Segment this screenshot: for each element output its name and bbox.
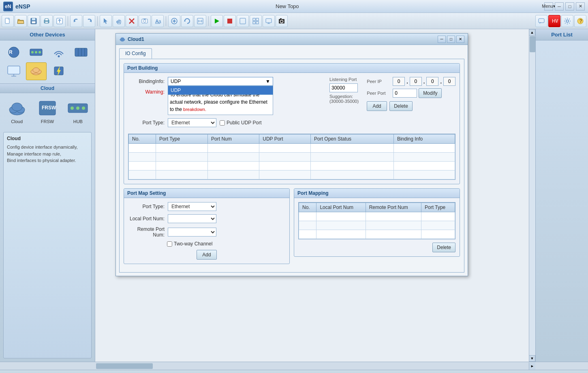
maximize-button[interactable]: □ bbox=[565, 2, 574, 11]
map-add-button[interactable]: Add bbox=[197, 250, 217, 260]
two-way-checkbox[interactable] bbox=[167, 241, 172, 247]
svg-point-52 bbox=[31, 51, 34, 53]
wireless-icon bbox=[51, 45, 67, 59]
vscroll-thumb[interactable] bbox=[530, 36, 535, 52]
public-udp-checkbox[interactable] bbox=[220, 120, 225, 126]
print-button[interactable] bbox=[41, 15, 53, 27]
canvas-vscroll[interactable] bbox=[529, 36, 535, 362]
save-button[interactable] bbox=[28, 15, 40, 27]
delete-button[interactable] bbox=[126, 15, 138, 27]
main-layout: Other Devices R bbox=[0, 29, 588, 362]
menu-button[interactable]: Menu▾ bbox=[544, 2, 553, 11]
map-remote-port-label: Remote Port Num: bbox=[128, 226, 165, 238]
pause-button[interactable] bbox=[237, 15, 249, 27]
listening-port-input[interactable] bbox=[329, 83, 358, 92]
col-port-open-status: Port Open Status bbox=[311, 134, 394, 144]
start-button[interactable] bbox=[211, 15, 223, 27]
peer-ip-1[interactable] bbox=[410, 77, 422, 86]
redo-button[interactable] bbox=[83, 15, 95, 27]
delete-port-button[interactable]: Delete bbox=[389, 101, 413, 111]
toolbar: Aa HW ? bbox=[0, 13, 588, 29]
capture-button[interactable] bbox=[276, 15, 288, 27]
map-remote-port-select[interactable] bbox=[168, 228, 216, 237]
open-file-button[interactable] bbox=[15, 15, 27, 27]
hand-button[interactable] bbox=[113, 15, 125, 27]
device-hub[interactable]: HUB bbox=[64, 96, 92, 126]
device-item-fw[interactable] bbox=[71, 44, 92, 61]
collect-button[interactable] bbox=[250, 15, 262, 27]
device-item-wireless[interactable] bbox=[48, 44, 69, 61]
dialog-maximize[interactable]: □ bbox=[447, 36, 455, 43]
map-port-type-row: Port Type: Ethernet bbox=[128, 202, 285, 211]
dropdown-arrow: ▼ bbox=[265, 79, 270, 84]
undo-button[interactable] bbox=[70, 15, 82, 27]
right-panel: Port List bbox=[535, 29, 588, 362]
port-building-top: BindingInfo: UDP ▼ UDP bbox=[128, 77, 455, 130]
add-port-button[interactable]: Add bbox=[367, 101, 387, 111]
svg-point-72 bbox=[12, 103, 22, 111]
svg-rect-35 bbox=[256, 18, 259, 21]
close-button[interactable]: ✕ bbox=[576, 2, 585, 11]
help-button[interactable]: ? bbox=[574, 15, 586, 27]
map-port-type-select[interactable]: Ethernet bbox=[168, 202, 216, 211]
svg-rect-44 bbox=[539, 19, 544, 23]
peer-ip-3[interactable] bbox=[443, 77, 455, 86]
hscroll-track[interactable] bbox=[95, 362, 529, 370]
dropdown-main-btn[interactable]: UDP ▼ bbox=[168, 77, 273, 86]
device-item-cloud-small[interactable] bbox=[26, 62, 47, 80]
table-row-empty-3 bbox=[129, 162, 455, 171]
canvas-area[interactable]: ▲ ▼ Cloud-Cloud1 bbox=[95, 29, 535, 362]
dialog-icon bbox=[119, 36, 126, 43]
svg-point-78 bbox=[82, 107, 85, 110]
cloud1-dialog: Cloud1 ─ □ ✕ IO Config bbox=[115, 33, 468, 276]
device-item-switch[interactable] bbox=[26, 44, 47, 61]
binding-info-dropdown[interactable]: UDP ▼ UDP bbox=[168, 77, 273, 86]
monitor-button[interactable] bbox=[263, 15, 275, 27]
scroll-down-button[interactable]: ▼ bbox=[529, 355, 535, 362]
modify-button[interactable]: Modify bbox=[419, 88, 442, 98]
peer-port-input[interactable] bbox=[393, 89, 417, 98]
device-frsw[interactable]: FRSW FRSW bbox=[34, 96, 61, 126]
refresh-button[interactable] bbox=[181, 15, 193, 27]
new-file-button[interactable] bbox=[2, 15, 14, 27]
settings-button[interactable] bbox=[561, 15, 573, 27]
app-title: eNSP bbox=[15, 3, 30, 10]
col-port-num: Port Num bbox=[208, 134, 259, 144]
huawei-button[interactable]: HW bbox=[548, 15, 560, 27]
topology-button[interactable] bbox=[194, 15, 206, 27]
mapping-delete-button[interactable]: Delete bbox=[432, 243, 455, 252]
top-device-grid: R bbox=[0, 40, 95, 83]
device-cloud[interactable]: Cloud bbox=[3, 96, 30, 126]
device-item-monitor[interactable] bbox=[3, 62, 24, 80]
title-bar: eN eNSP New Topo Menu▾ ─ □ ✕ bbox=[0, 0, 588, 13]
add-device-button[interactable] bbox=[168, 15, 180, 27]
port-type-select[interactable]: Ethernet bbox=[168, 118, 216, 127]
stop-button[interactable] bbox=[224, 15, 236, 27]
port-building-body: BindingInfo: UDP ▼ UDP bbox=[124, 73, 460, 184]
fw-icon bbox=[73, 45, 89, 59]
scroll-up-button[interactable]: ▲ bbox=[529, 29, 535, 36]
svg-point-46 bbox=[566, 20, 569, 22]
left-panel: Other Devices R bbox=[0, 29, 95, 362]
select-button[interactable] bbox=[100, 15, 112, 27]
device-item-router[interactable]: R bbox=[3, 44, 24, 61]
two-way-label[interactable]: Two-way Channel bbox=[167, 241, 285, 247]
hscroll-thumb[interactable] bbox=[96, 363, 153, 369]
dialog-minimize[interactable]: ─ bbox=[438, 36, 446, 43]
text-button[interactable]: Aa bbox=[152, 15, 164, 27]
peer-ip-0[interactable] bbox=[393, 77, 405, 86]
port-map-section: Port Map Setting Port Type: Ethernet bbox=[124, 188, 290, 268]
svg-rect-33 bbox=[240, 18, 246, 24]
chat-button[interactable] bbox=[535, 15, 547, 27]
peer-ip-2[interactable] bbox=[426, 77, 438, 86]
hscroll-right-btn[interactable]: ► bbox=[529, 362, 535, 370]
screenshot-button[interactable] bbox=[139, 15, 151, 27]
device-item-bolt[interactable] bbox=[48, 62, 69, 80]
export-button[interactable] bbox=[53, 15, 66, 27]
public-udp-label[interactable]: Public UDP Port bbox=[220, 120, 261, 126]
dialog-close[interactable]: ✕ bbox=[456, 36, 464, 43]
dropdown-option-udp[interactable]: UDP bbox=[168, 86, 273, 94]
minimize-button[interactable]: ─ bbox=[555, 2, 564, 11]
map-local-port-select[interactable] bbox=[168, 214, 216, 223]
tab-io-config[interactable]: IO Config bbox=[119, 48, 152, 59]
